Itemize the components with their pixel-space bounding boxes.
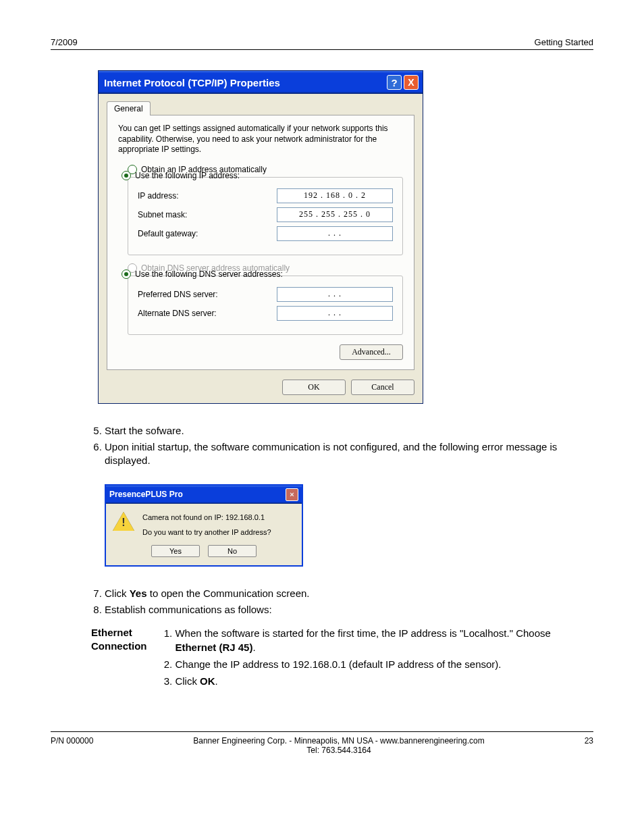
radio-label: Use the following IP address: <box>135 171 240 180</box>
titlebar: Internet Protocol (TCP/IP) Properties ? … <box>99 71 423 94</box>
yes-button[interactable]: Yes <box>151 545 200 557</box>
titlebar: PresencePLUS Pro × <box>106 486 302 504</box>
header-section: Getting Started <box>535 37 593 47</box>
radio-use-dns[interactable]: Use the following DNS server addresses: <box>122 269 283 279</box>
radio-icon <box>122 171 131 180</box>
tab-panel: You can get IP settings assigned automat… <box>107 115 414 370</box>
eth-step-2: Change the IP address to 192.168.0.1 (de… <box>175 657 593 671</box>
steps-list-a: Start the sofware. Upon initial startup,… <box>51 424 593 468</box>
tcpip-dialog: Internet Protocol (TCP/IP) Properties ? … <box>98 70 423 404</box>
step-6: Upon initial startup, the software commu… <box>105 440 593 468</box>
close-icon[interactable]: X <box>404 75 419 90</box>
close-icon[interactable]: × <box>286 488 298 501</box>
page-footer: P/N 000000 Banner Engineering Corp. - Mi… <box>51 731 593 755</box>
step-7: Click Yes to open the Communication scre… <box>105 587 593 600</box>
dialog-title: Internet Protocol (TCP/IP) Properties <box>103 77 280 88</box>
steps-list-b: Click Yes to open the Communication scre… <box>51 587 593 617</box>
gateway-input[interactable]: . . . <box>277 226 393 241</box>
radio-use-ip[interactable]: Use the following IP address: <box>122 171 240 180</box>
message-line-1: Camera not found on IP: 192.168.0.1 <box>142 512 295 523</box>
ethernet-steps: When the software is started for the fir… <box>160 626 593 691</box>
eth-step-3: Click OK. <box>175 674 593 688</box>
document-page: 7/2009 Getting Started Internet Protocol… <box>0 0 644 775</box>
ethernet-heading: Ethernet Connection <box>91 626 157 652</box>
subnet-label: Subnet mask: <box>138 210 259 219</box>
step-5: Start the sofware. <box>105 424 593 438</box>
no-button[interactable]: No <box>208 545 257 557</box>
pref-dns-label: Preferred DNS server: <box>138 290 259 299</box>
footer-part-number: P/N 000000 <box>51 736 93 755</box>
ethernet-connection-block: Ethernet Connection When the software is… <box>91 626 593 691</box>
alt-dns-label: Alternate DNS server: <box>138 309 259 318</box>
tab-general[interactable]: General <box>107 101 151 115</box>
intro-text: You can get IP settings assigned automat… <box>118 124 403 155</box>
page-header: 7/2009 Getting Started <box>51 37 593 50</box>
dialog-title: PresencePLUS Pro <box>109 490 183 499</box>
presenceplus-dialog: PresencePLUS Pro × ! Camera not found on… <box>105 484 303 567</box>
header-date: 7/2009 <box>51 37 78 47</box>
step-8: Establish communications as follows: <box>105 603 593 617</box>
subnet-input[interactable]: 255 . 255 . 255 . 0 <box>277 207 393 222</box>
eth-step-1: When the software is started for the fir… <box>175 626 593 654</box>
advanced-button[interactable]: Advanced... <box>340 344 403 360</box>
radio-label: Use the following DNS server addresses: <box>135 269 283 279</box>
pref-dns-input[interactable]: . . . <box>277 287 393 302</box>
dialog-body: General You can get IP settings assigned… <box>99 94 423 403</box>
dialog-message: Camera not found on IP: 192.168.0.1 Do y… <box>142 512 295 538</box>
alt-dns-input[interactable]: . . . <box>277 306 393 321</box>
warning-icon: ! <box>113 512 134 531</box>
footer-company: Banner Engineering Corp. - Minneapolis, … <box>93 736 584 755</box>
ip-group: Use the following IP address: IP address… <box>128 177 403 255</box>
cancel-button[interactable]: Cancel <box>351 380 414 395</box>
message-line-2: Do you want to try another IP address? <box>142 527 295 538</box>
ip-address-label: IP address: <box>138 191 259 201</box>
dns-group: Use the following DNS server addresses: … <box>128 276 403 335</box>
help-icon[interactable]: ? <box>387 75 402 90</box>
ok-button[interactable]: OK <box>282 380 346 395</box>
gateway-label: Default gateway: <box>138 229 259 238</box>
radio-icon <box>122 269 131 279</box>
ip-address-input[interactable]: 192 . 168 . 0 . 2 <box>277 188 393 203</box>
footer-page-number: 23 <box>585 736 593 755</box>
